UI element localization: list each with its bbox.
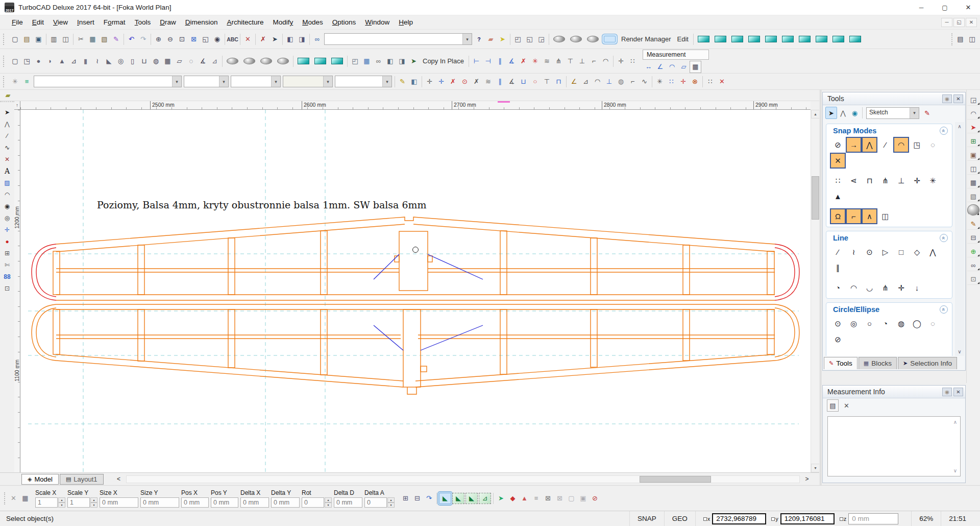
snap-nearest-icon[interactable]: → bbox=[846, 137, 862, 153]
size-y-input[interactable]: 0 mm bbox=[140, 497, 179, 508]
stack-order-icon[interactable]: ≡ bbox=[530, 492, 542, 505]
arc-mode-perp-icon[interactable]: ⊥ bbox=[603, 76, 615, 88]
probe-icon[interactable]: ✛ bbox=[615, 55, 627, 67]
save-icon[interactable]: ▣ bbox=[33, 33, 44, 45]
snap-intersection-icon[interactable]: ✕ bbox=[830, 153, 846, 169]
snap-radial-icon[interactable]: ✳ bbox=[925, 173, 941, 188]
open-file-icon[interactable]: ▤ bbox=[21, 33, 33, 45]
edit-content-icon[interactable]: ◨ bbox=[296, 33, 308, 45]
sphere-shade-2-icon[interactable] bbox=[243, 58, 255, 64]
align-icon[interactable]: ∷ bbox=[627, 55, 639, 67]
style-manager-icon[interactable]: ≡ bbox=[21, 76, 33, 88]
mdi-minimize-button[interactable]: ─ bbox=[941, 18, 952, 27]
undo-icon[interactable]: ↶ bbox=[126, 33, 137, 45]
guide-grid-icon[interactable]: ∷ bbox=[666, 76, 677, 88]
hidden-line-render-icon[interactable] bbox=[570, 36, 582, 42]
construction-line-icon[interactable]: ≋ bbox=[541, 55, 553, 67]
dim-angular-icon[interactable]: ∡ bbox=[506, 55, 518, 67]
select-tool[interactable]: ➤ bbox=[1, 106, 13, 118]
dim-parallel-icon[interactable]: ∥ bbox=[494, 55, 506, 67]
view-cube-front-icon[interactable] bbox=[731, 36, 743, 42]
explode-group-icon[interactable]: ⊟ bbox=[411, 492, 423, 505]
spinner-up-icon[interactable]: ▴ bbox=[325, 497, 332, 503]
view-cube-top-icon[interactable] bbox=[715, 36, 726, 42]
solid-subtract-icon[interactable] bbox=[314, 58, 326, 64]
wedge-icon[interactable]: ◣ bbox=[103, 55, 115, 67]
zoom-full-icon[interactable]: ◉ bbox=[211, 33, 223, 45]
collapse-section-button[interactable]: « bbox=[940, 305, 948, 314]
parallel-line-icon[interactable]: ∥ bbox=[830, 260, 846, 276]
menu-edit[interactable]: Edit bbox=[28, 16, 48, 28]
view-cube-ne-icon[interactable] bbox=[799, 36, 811, 42]
measurement-info-list[interactable]: ∧ ∨ bbox=[827, 416, 961, 476]
xref-link-icon[interactable]: ∞ bbox=[967, 259, 979, 271]
snap-toggle-perpendicular-icon[interactable]: ∥ bbox=[494, 76, 506, 88]
delta-x-input[interactable]: 0 mm bbox=[240, 497, 269, 508]
minimize-button[interactable]: ─ bbox=[910, 0, 933, 15]
facet-icon[interactable]: ◌ bbox=[185, 55, 197, 67]
measurement-dropdown[interactable]: Measurement bbox=[643, 50, 709, 60]
select-by-layer-icon[interactable]: ▲ bbox=[519, 492, 530, 505]
solid-intersect-icon[interactable] bbox=[331, 58, 343, 64]
pick-point-icon[interactable]: ➤ bbox=[269, 33, 281, 45]
lineweight-combobox[interactable] bbox=[283, 76, 333, 87]
print-icon[interactable]: ▥ bbox=[48, 33, 60, 45]
snap-grid-icon[interactable]: ∷ bbox=[830, 173, 846, 188]
spell-check-icon[interactable]: ABC bbox=[227, 33, 238, 45]
ellipse-tool[interactable]: ◎ bbox=[1, 212, 13, 224]
rectangle-icon[interactable]: □ bbox=[893, 244, 909, 260]
circle-tangent-arc-icon[interactable]: ◔ bbox=[877, 316, 893, 331]
clip-paste-icon[interactable]: ▣ bbox=[577, 492, 589, 505]
grid-tool[interactable]: ⊞ bbox=[1, 247, 13, 259]
polyline-flyout-icon[interactable]: ◲ bbox=[967, 94, 979, 106]
torus-icon[interactable]: ◎ bbox=[115, 55, 127, 67]
snap-toggle-intersection-icon[interactable]: ✗ bbox=[471, 76, 482, 88]
attach-icon[interactable]: ∞ bbox=[373, 55, 384, 67]
list-scroll-down-icon[interactable]: ∨ bbox=[951, 466, 960, 475]
circle-tangent-line-icon[interactable]: ⊘ bbox=[830, 331, 846, 347]
canvas-vertical-scrollbar[interactable]: ▴ ▾ bbox=[811, 110, 819, 472]
snap-free-icon[interactable]: ⊘ bbox=[830, 137, 846, 153]
explode-icon[interactable]: ✗ bbox=[257, 33, 269, 45]
wireframe-render-icon[interactable] bbox=[553, 36, 565, 42]
maximize-button[interactable]: ▢ bbox=[933, 0, 957, 15]
dim-vertical-icon[interactable]: ⊣ bbox=[482, 55, 494, 67]
snap-toggle-parallel-icon[interactable]: ≋ bbox=[482, 76, 494, 88]
view-cube-se-icon[interactable] bbox=[832, 36, 844, 42]
box-3d-icon[interactable]: ▢ bbox=[9, 55, 21, 67]
perpendicular-line-icon[interactable]: ⋀ bbox=[925, 244, 941, 260]
delta-y-input[interactable]: 0 mm bbox=[271, 497, 300, 508]
irregular-polygon-icon[interactable]: ⊙ bbox=[862, 244, 877, 260]
sphere-shade-4-icon[interactable] bbox=[277, 58, 289, 64]
rotate-30-icon[interactable]: ∡ bbox=[197, 55, 209, 67]
render-edit-button[interactable]: Edit bbox=[674, 35, 692, 43]
z-coordinate-field[interactable]: 0 mm bbox=[848, 513, 898, 524]
zoom-in-icon[interactable]: ⊕ bbox=[153, 33, 164, 45]
menu-dimension[interactable]: Dimension bbox=[181, 16, 223, 28]
selection-combobox[interactable] bbox=[324, 33, 472, 45]
measure-area-icon[interactable]: ▱ bbox=[678, 61, 690, 73]
guide-remove-icon[interactable]: ⊗ bbox=[689, 76, 701, 88]
no-clip-icon[interactable]: ⊘ bbox=[589, 492, 601, 505]
menu-architecture[interactable]: Architecture bbox=[222, 16, 268, 28]
select-mode-icon[interactable]: ➤ bbox=[825, 107, 837, 119]
circle-3-point-icon[interactable]: ○ bbox=[862, 316, 877, 331]
zoom-out-icon[interactable]: ⊖ bbox=[164, 33, 176, 45]
scale-y-input[interactable]: 1 bbox=[67, 497, 90, 508]
mdi-close-button[interactable]: ✕ bbox=[966, 18, 977, 27]
toolbar-grip[interactable] bbox=[3, 76, 7, 87]
arc-mode-inspect-icon[interactable]: ◍ bbox=[615, 76, 627, 88]
snap-tangent-icon[interactable]: ⋔ bbox=[877, 173, 893, 188]
menu-modify[interactable]: Modify bbox=[268, 16, 298, 28]
guide-cross-icon[interactable]: ✛ bbox=[677, 76, 689, 88]
hyperlink-icon[interactable]: ∞ bbox=[311, 33, 323, 45]
polygon-icon[interactable]: ▷ bbox=[877, 244, 893, 260]
make-group-icon[interactable]: ⊞ bbox=[400, 492, 411, 505]
pos-y-input[interactable]: 0 mm bbox=[211, 497, 238, 508]
redo-icon[interactable]: ↷ bbox=[137, 33, 149, 45]
sheet-scroll-right[interactable]: > bbox=[802, 474, 812, 484]
select-by-pick-icon[interactable]: ➤ bbox=[495, 492, 507, 505]
group-icon[interactable]: ◧ bbox=[384, 55, 396, 67]
panel-tab-selection-info[interactable]: ➤Selection Info bbox=[898, 357, 957, 369]
view-cube-nw-icon[interactable] bbox=[816, 36, 827, 42]
